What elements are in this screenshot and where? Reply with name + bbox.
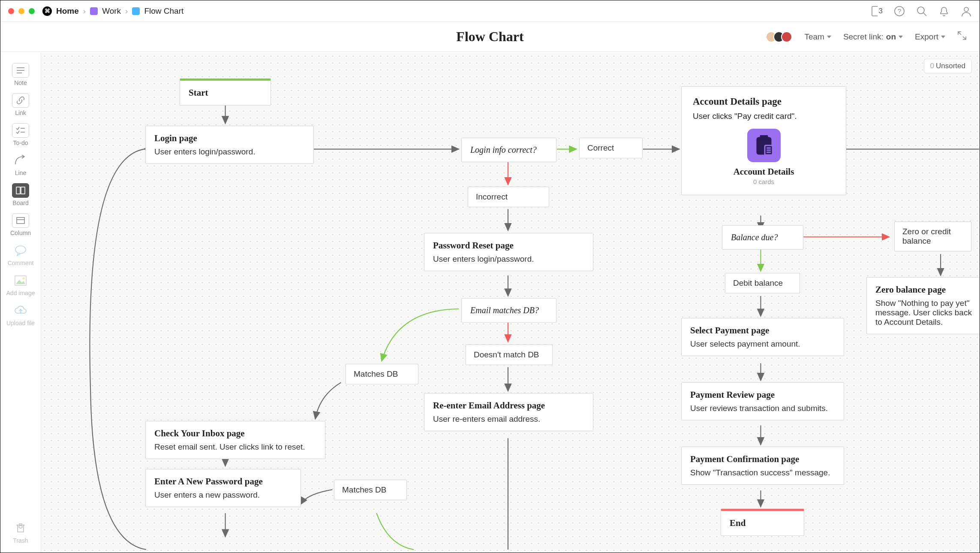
help-icon[interactable]: ? <box>894 6 905 17</box>
node-check-inbox[interactable]: Check Your Inbox pageReset email sent. U… <box>145 421 325 459</box>
export-dropdown[interactable]: Export <box>915 32 945 42</box>
svg-rect-13 <box>17 218 24 224</box>
comment-icon <box>12 243 29 258</box>
tool-board[interactable]: Board <box>0 181 41 209</box>
svg-rect-12 <box>21 187 25 194</box>
folder-color-icon <box>90 7 98 15</box>
tool-upload[interactable]: Upload file <box>0 301 41 329</box>
node-payment-review[interactable]: Payment Review pageUser reviews transact… <box>681 382 844 420</box>
search-icon[interactable] <box>916 6 927 17</box>
titlebar: Flow Chart Team Secret link: on Export <box>0 22 980 52</box>
minimize-window-button[interactable] <box>18 8 24 14</box>
node-start[interactable]: Start <box>180 79 271 106</box>
breadcrumb: ⌘ Home › Work › Flow Chart <box>42 6 183 16</box>
node-end[interactable]: End <box>721 509 804 536</box>
image-icon <box>12 273 29 288</box>
app-logo-icon[interactable]: ⌘ <box>42 6 52 16</box>
chevron-down-icon <box>827 36 831 38</box>
breadcrumb-page[interactable]: Flow Chart <box>144 6 183 16</box>
tool-link[interactable]: Link <box>0 91 41 119</box>
board-clipboard-icon <box>747 129 781 162</box>
node-login-correct[interactable]: Login info correct? <box>461 138 556 162</box>
tool-sidebar: Note Link To-do Line Board Column Commen… <box>0 53 41 553</box>
page-color-icon <box>132 7 140 15</box>
tool-todo[interactable]: To-do <box>0 121 41 149</box>
secret-link-dropdown[interactable]: Secret link: on <box>843 32 903 42</box>
note-icon <box>12 63 29 78</box>
window-controls <box>8 8 35 14</box>
chevron-right-icon: › <box>125 6 128 16</box>
board-icon <box>12 183 29 198</box>
node-incorrect[interactable]: Incorrect <box>468 187 549 207</box>
link-icon <box>12 93 29 108</box>
svg-point-3 <box>917 7 924 14</box>
svg-text:?: ? <box>898 7 901 15</box>
svg-point-5 <box>964 7 968 12</box>
profile-icon[interactable] <box>961 6 972 17</box>
svg-point-15 <box>15 246 26 254</box>
tool-add-image[interactable]: Add image <box>0 271 41 299</box>
chevron-right-icon: › <box>83 6 86 16</box>
node-email-matches[interactable]: Email matches DB? <box>461 298 556 323</box>
expand-icon[interactable] <box>957 31 967 42</box>
column-icon <box>12 213 29 228</box>
svg-rect-0 <box>872 6 878 16</box>
upload-icon <box>12 303 29 318</box>
node-matches-2[interactable]: Matches DB <box>334 480 407 500</box>
trash-icon <box>12 521 29 535</box>
tool-column[interactable]: Column <box>0 211 41 239</box>
mobile-badge: 3 <box>879 7 883 15</box>
node-select-payment[interactable]: Select Payment pageUser selects payment … <box>681 318 844 356</box>
node-no-match[interactable]: Doesn't match DB <box>466 344 553 365</box>
svg-rect-20 <box>761 135 767 139</box>
node-zero-balance[interactable]: Zero balance pageShow "Nothing to pay ye… <box>866 277 980 334</box>
tool-note[interactable]: Note <box>0 60 41 89</box>
tool-line[interactable]: Line <box>0 151 41 179</box>
node-zero-credit-label[interactable]: Zero or credit balance <box>894 221 971 251</box>
todo-icon <box>12 123 29 138</box>
close-window-button[interactable] <box>8 8 14 14</box>
line-icon <box>12 153 29 168</box>
node-new-password[interactable]: Enter A New Password pageUser enters a n… <box>145 469 301 507</box>
presence-avatars[interactable] <box>769 31 792 42</box>
team-dropdown[interactable]: Team <box>804 32 831 42</box>
mobile-icon[interactable]: 3 <box>872 6 883 17</box>
breadcrumb-home[interactable]: Home <box>56 6 79 16</box>
node-reenter-email[interactable]: Re-enter Email Address pageUser re-enter… <box>424 393 593 431</box>
unsorted-button[interactable]: 0Unsorted <box>924 59 972 73</box>
maximize-window-button[interactable] <box>29 8 35 14</box>
node-payment-confirmation[interactable]: Payment Confirmation pageShow "Transacti… <box>681 447 844 485</box>
chevron-down-icon <box>899 36 903 38</box>
page-title: Flow Chart <box>456 29 523 45</box>
node-balance-due[interactable]: Balance due? <box>722 225 803 250</box>
tool-comment[interactable]: Comment <box>0 241 41 269</box>
svg-rect-11 <box>16 187 20 194</box>
node-matches-1[interactable]: Matches DB <box>346 364 418 384</box>
svg-point-18 <box>23 278 25 280</box>
breadcrumb-work[interactable]: Work <box>102 6 121 16</box>
svg-line-4 <box>923 13 926 16</box>
canvas[interactable]: 0Unsorted <box>41 53 980 553</box>
chevron-down-icon <box>941 36 945 38</box>
node-debit[interactable]: Debit balance <box>725 273 800 293</box>
node-password-reset[interactable]: Password Reset pageUser enters login/pas… <box>424 233 593 271</box>
node-correct[interactable]: Correct <box>579 138 643 158</box>
node-account-details[interactable]: Account Details page User clicks "Pay cr… <box>681 86 846 195</box>
node-login[interactable]: Login pageUser enters login/password. <box>145 126 314 164</box>
tool-trash[interactable]: Trash <box>0 518 41 547</box>
svg-marker-17 <box>16 280 25 284</box>
bell-icon[interactable] <box>938 6 950 17</box>
topbar: ⌘ Home › Work › Flow Chart 3 ? <box>0 0 980 22</box>
